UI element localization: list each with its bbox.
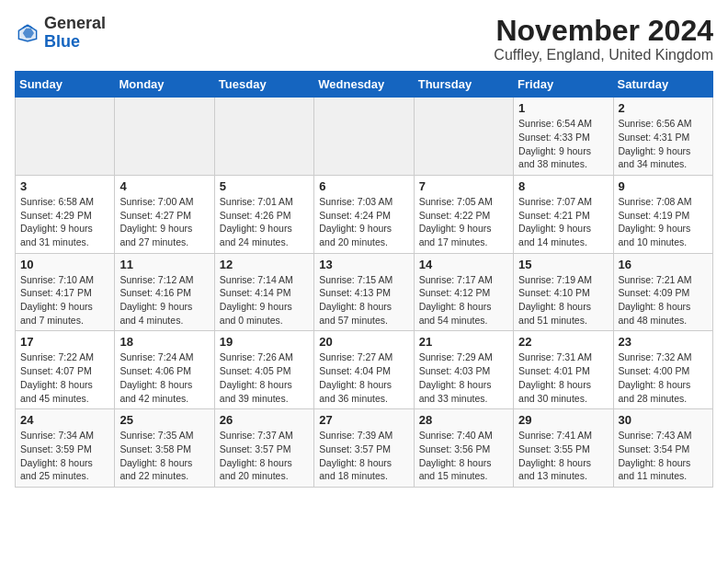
day-header-tuesday: Tuesday [214,72,313,98]
day-cell: 9Sunrise: 7:08 AM Sunset: 4:19 PM Daylig… [613,175,712,253]
header: General Blue November 2024 Cuffley, Engl… [15,15,713,63]
calendar-body: 1Sunrise: 6:54 AM Sunset: 4:33 PM Daylig… [16,98,713,488]
day-number: 7 [419,179,508,193]
calendar-subtitle: Cuffley, England, United Kingdom [494,47,713,63]
day-number: 14 [419,258,508,271]
day-info: Sunrise: 7:00 AM Sunset: 4:27 PM Dayligh… [119,195,209,249]
week-row-2: 3Sunrise: 6:58 AM Sunset: 4:29 PM Daylig… [16,175,713,253]
day-info: Sunrise: 7:14 AM Sunset: 4:14 PM Dayligh… [220,273,309,327]
day-info: Sunrise: 7:31 AM Sunset: 4:01 PM Dayligh… [518,350,608,405]
day-info: Sunrise: 6:54 AM Sunset: 4:33 PM Dayligh… [518,117,608,171]
day-number: 6 [319,179,408,193]
day-header-friday: Friday [514,72,613,98]
day-number: 10 [20,258,109,271]
day-info: Sunrise: 7:08 AM Sunset: 4:19 PM Dayligh… [619,195,708,249]
day-cell: 12Sunrise: 7:14 AM Sunset: 4:14 PM Dayli… [214,253,313,331]
day-number: 28 [419,413,508,427]
day-info: Sunrise: 7:32 AM Sunset: 4:00 PM Dayligh… [619,350,708,405]
day-number: 16 [619,258,708,271]
day-number: 9 [619,179,708,193]
day-number: 8 [518,179,608,193]
day-cell: 29Sunrise: 7:41 AM Sunset: 3:55 PM Dayli… [514,409,613,488]
day-info: Sunrise: 7:05 AM Sunset: 4:22 PM Dayligh… [419,195,508,249]
day-info: Sunrise: 7:01 AM Sunset: 4:26 PM Dayligh… [220,195,309,249]
day-number: 4 [119,179,209,193]
day-info: Sunrise: 6:56 AM Sunset: 4:31 PM Dayligh… [619,117,708,171]
day-cell: 15Sunrise: 7:19 AM Sunset: 4:10 PM Dayli… [514,253,613,331]
day-info: Sunrise: 7:19 AM Sunset: 4:10 PM Dayligh… [518,273,608,327]
day-cell: 22Sunrise: 7:31 AM Sunset: 4:01 PM Dayli… [514,331,613,409]
day-info: Sunrise: 7:24 AM Sunset: 4:06 PM Dayligh… [119,350,209,405]
day-number: 24 [20,413,109,427]
day-number: 1 [518,101,608,115]
title-block: November 2024 Cuffley, England, United K… [494,15,713,63]
day-info: Sunrise: 7:43 AM Sunset: 3:54 PM Dayligh… [619,429,708,483]
day-header-monday: Monday [115,72,214,98]
day-info: Sunrise: 7:10 AM Sunset: 4:17 PM Dayligh… [20,273,109,327]
day-cell: 8Sunrise: 7:07 AM Sunset: 4:21 PM Daylig… [514,175,613,253]
day-cell: 28Sunrise: 7:40 AM Sunset: 3:56 PM Dayli… [414,409,513,488]
calendar-title: November 2024 [494,15,713,47]
day-number: 29 [518,413,608,427]
logo-text: General Blue [44,15,106,52]
day-number: 26 [220,413,309,427]
days-header-row: SundayMondayTuesdayWednesdayThursdayFrid… [16,72,713,98]
day-cell [314,98,414,176]
day-number: 2 [619,101,708,115]
day-info: Sunrise: 7:12 AM Sunset: 4:16 PM Dayligh… [119,273,209,327]
day-info: Sunrise: 7:27 AM Sunset: 4:04 PM Dayligh… [319,350,408,405]
day-cell: 19Sunrise: 7:26 AM Sunset: 4:05 PM Dayli… [214,331,313,409]
day-info: Sunrise: 7:40 AM Sunset: 3:56 PM Dayligh… [419,429,508,483]
day-cell [414,98,513,176]
day-cell: 21Sunrise: 7:29 AM Sunset: 4:03 PM Dayli… [414,331,513,409]
day-info: Sunrise: 7:17 AM Sunset: 4:12 PM Dayligh… [419,273,508,327]
day-cell: 26Sunrise: 7:37 AM Sunset: 3:57 PM Dayli… [214,409,313,488]
day-info: Sunrise: 7:34 AM Sunset: 3:59 PM Dayligh… [20,429,109,483]
logo: General Blue [15,15,106,52]
day-header-sunday: Sunday [16,72,115,98]
week-row-5: 24Sunrise: 7:34 AM Sunset: 3:59 PM Dayli… [16,409,713,488]
day-number: 15 [518,258,608,271]
week-row-4: 17Sunrise: 7:22 AM Sunset: 4:07 PM Dayli… [16,331,713,409]
day-cell: 13Sunrise: 7:15 AM Sunset: 4:13 PM Dayli… [314,253,414,331]
day-info: Sunrise: 7:37 AM Sunset: 3:57 PM Dayligh… [220,429,309,483]
day-header-thursday: Thursday [414,72,513,98]
day-number: 25 [119,413,209,427]
day-cell: 5Sunrise: 7:01 AM Sunset: 4:26 PM Daylig… [214,175,313,253]
day-info: Sunrise: 7:15 AM Sunset: 4:13 PM Dayligh… [319,273,408,327]
logo-icon [15,20,40,46]
day-cell: 3Sunrise: 6:58 AM Sunset: 4:29 PM Daylig… [16,175,115,253]
day-cell: 11Sunrise: 7:12 AM Sunset: 4:16 PM Dayli… [115,253,214,331]
day-number: 21 [419,335,508,349]
day-number: 17 [20,335,109,349]
day-info: Sunrise: 7:26 AM Sunset: 4:05 PM Dayligh… [220,350,309,405]
day-cell: 18Sunrise: 7:24 AM Sunset: 4:06 PM Dayli… [115,331,214,409]
day-number: 30 [619,413,708,427]
day-number: 22 [518,335,608,349]
week-row-3: 10Sunrise: 7:10 AM Sunset: 4:17 PM Dayli… [16,253,713,331]
day-info: Sunrise: 6:58 AM Sunset: 4:29 PM Dayligh… [20,195,109,249]
day-cell: 23Sunrise: 7:32 AM Sunset: 4:00 PM Dayli… [613,331,712,409]
day-number: 19 [220,335,309,349]
day-cell: 14Sunrise: 7:17 AM Sunset: 4:12 PM Dayli… [414,253,513,331]
day-number: 13 [319,258,408,271]
day-number: 18 [119,335,209,349]
day-cell [214,98,313,176]
day-cell: 2Sunrise: 6:56 AM Sunset: 4:31 PM Daylig… [613,98,712,176]
day-number: 20 [319,335,408,349]
day-cell: 4Sunrise: 7:00 AM Sunset: 4:27 PM Daylig… [115,175,214,253]
day-cell: 7Sunrise: 7:05 AM Sunset: 4:22 PM Daylig… [414,175,513,253]
day-info: Sunrise: 7:39 AM Sunset: 3:57 PM Dayligh… [319,429,408,483]
day-header-wednesday: Wednesday [314,72,414,98]
day-number: 27 [319,413,408,427]
day-cell: 1Sunrise: 6:54 AM Sunset: 4:33 PM Daylig… [514,98,613,176]
day-info: Sunrise: 7:35 AM Sunset: 3:58 PM Dayligh… [119,429,209,483]
day-cell: 6Sunrise: 7:03 AM Sunset: 4:24 PM Daylig… [314,175,414,253]
day-info: Sunrise: 7:22 AM Sunset: 4:07 PM Dayligh… [20,350,109,405]
day-number: 11 [119,258,209,271]
day-cell: 17Sunrise: 7:22 AM Sunset: 4:07 PM Dayli… [16,331,115,409]
day-info: Sunrise: 7:07 AM Sunset: 4:21 PM Dayligh… [518,195,608,249]
day-number: 12 [220,258,309,271]
day-cell: 27Sunrise: 7:39 AM Sunset: 3:57 PM Dayli… [314,409,414,488]
day-cell: 24Sunrise: 7:34 AM Sunset: 3:59 PM Dayli… [16,409,115,488]
